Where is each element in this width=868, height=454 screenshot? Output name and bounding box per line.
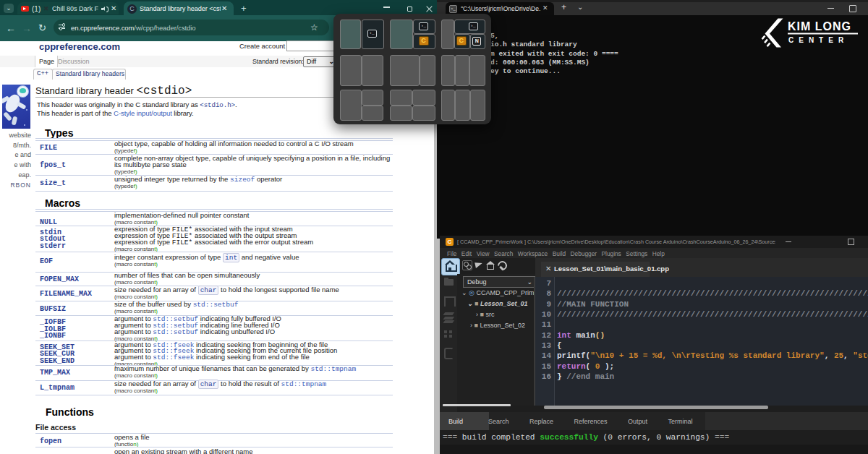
svg-text:KIM LONG: KIM LONG <box>788 20 851 33</box>
svg-text:CENTER: CENTER <box>788 36 848 44</box>
